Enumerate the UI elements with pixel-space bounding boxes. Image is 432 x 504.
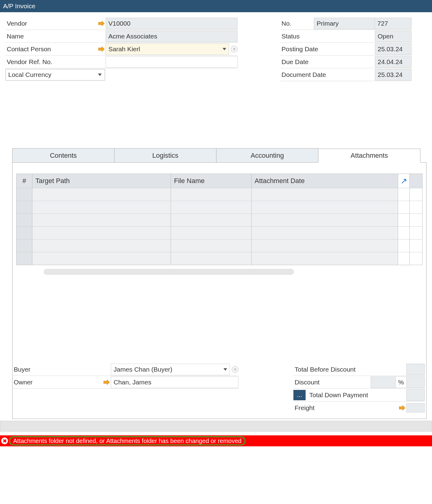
total-before-field[interactable]	[406, 364, 425, 375]
col-file-name[interactable]: File Name	[171, 174, 252, 188]
currency-value: Local Currency	[8, 71, 51, 78]
docdate-label: Document Date	[280, 71, 375, 78]
attachments-body	[16, 188, 422, 265]
contact-field[interactable]: Sarah Kierl	[106, 43, 229, 55]
table-row[interactable]	[16, 214, 422, 226]
buyer-detail-button[interactable]: ≡	[232, 366, 238, 373]
vendorref-label: Vendor Ref. No.	[5, 58, 97, 66]
tab-accounting[interactable]: Accounting	[216, 148, 318, 162]
freight-label: Freight	[293, 404, 398, 412]
freight-row: Freight	[293, 401, 425, 414]
attachments-table: # Target Path File Name Attachment Date …	[16, 174, 423, 265]
currency-select[interactable]: Local Currency	[5, 69, 105, 81]
discount-pct-field[interactable]	[371, 376, 396, 388]
due-field[interactable]: 24.04.24	[375, 56, 412, 68]
vendorref-row: Vendor Ref. No.	[5, 56, 238, 68]
vendor-link-arrow-icon[interactable]	[97, 21, 106, 26]
name-label: Name	[5, 33, 97, 40]
freight-link-arrow-icon[interactable]	[398, 405, 406, 410]
tab-contents[interactable]: Contents	[12, 148, 114, 162]
table-row[interactable]	[16, 252, 422, 265]
vendor-field[interactable]: V10000	[106, 18, 238, 29]
window-title-bar: A/P Invoice	[0, 0, 432, 12]
tab-logistics[interactable]: Logistics	[114, 148, 216, 162]
tab-strip: Contents Logistics Accounting Attachment…	[12, 148, 427, 163]
buyer-label: Buyer	[13, 366, 111, 373]
header-left-column: Vendor V10000 Name Acme Associates Conta…	[5, 17, 238, 81]
col-number[interactable]: #	[16, 174, 32, 188]
table-row[interactable]	[16, 239, 422, 252]
error-message: Attachments folder not defined, or Attac…	[9, 436, 245, 445]
vendorref-field[interactable]	[106, 56, 238, 68]
vendor-row: Vendor V10000	[5, 17, 238, 30]
footer-fields: Buyer James Chan (Buyer) ≡ Owner Chan, J…	[13, 363, 426, 414]
status-bar-error: ✖ Attachments folder not defined, or Att…	[0, 435, 432, 446]
error-icon: ✖	[1, 437, 8, 444]
tab-attachments-panel: # Target Path File Name Attachment Date …	[12, 163, 427, 419]
name-field[interactable]: Acme Associates	[106, 31, 238, 42]
buyer-row: Buyer James Chan (Buyer) ≡	[13, 363, 238, 376]
owner-row: Owner Chan, James	[13, 376, 238, 389]
no-series-field[interactable]: Primary	[314, 18, 375, 29]
name-row: Name Acme Associates	[5, 30, 238, 43]
no-label: No.	[280, 20, 314, 27]
owner-link-arrow-icon[interactable]	[102, 380, 111, 385]
footer-left: Buyer James Chan (Buyer) ≡ Owner Chan, J…	[13, 363, 238, 414]
posting-row: Posting Date 25.03.24	[280, 43, 412, 56]
discount-row: Discount %	[293, 376, 425, 389]
status-row: Status Open	[280, 30, 412, 43]
downpayment-ellipsis-button[interactable]: ...	[293, 390, 306, 400]
table-row[interactable]	[16, 188, 422, 201]
footer-right: Total Before Discount Discount % ... Tot…	[293, 363, 425, 414]
downpayment-field[interactable]	[406, 389, 425, 401]
table-row[interactable]	[16, 226, 422, 239]
freight-field[interactable]	[406, 403, 425, 412]
tabs-container: Contents Logistics Accounting Attachment…	[12, 148, 427, 419]
window-title: A/P Invoice	[3, 2, 35, 10]
header-right-column: No. Primary 727 Status Open Posting Date…	[280, 17, 412, 81]
total-before-row: Total Before Discount	[293, 363, 425, 376]
no-value-field[interactable]: 727	[375, 18, 412, 29]
due-row: Due Date 24.04.24	[280, 56, 412, 68]
discount-label: Discount	[293, 379, 371, 386]
status-bar-gray	[0, 421, 432, 432]
currency-row: Local Currency	[5, 69, 238, 81]
table-row[interactable]	[16, 201, 422, 214]
contact-detail-button[interactable]: ≡	[231, 46, 238, 52]
posting-label: Posting Date	[280, 45, 375, 53]
owner-label: Owner	[13, 379, 102, 386]
no-row: No. Primary 727	[280, 17, 412, 30]
attachments-header-row: # Target Path File Name Attachment Date …	[16, 174, 422, 188]
col-target-path[interactable]: Target Path	[32, 174, 171, 188]
downpayment-label: Total Down Payment	[308, 391, 406, 399]
chevron-down-icon[interactable]	[223, 48, 226, 50]
vendor-label: Vendor	[5, 20, 97, 27]
total-before-label: Total Before Discount	[293, 366, 406, 373]
chevron-down-icon[interactable]	[98, 74, 102, 76]
contact-row: Contact Person Sarah Kierl ≡	[5, 43, 238, 56]
docdate-row: Document Date 25.03.24	[280, 68, 412, 81]
horizontal-scrollbar[interactable]	[44, 269, 294, 275]
contact-link-arrow-icon[interactable]	[97, 47, 106, 52]
buyer-field[interactable]: James Chan (Buyer)	[111, 364, 230, 375]
discount-amount-field[interactable]	[406, 376, 425, 388]
chevron-down-icon[interactable]	[223, 368, 227, 371]
status-field[interactable]: Open	[375, 31, 412, 42]
percent-symbol: %	[396, 376, 407, 388]
posting-field[interactable]: 25.03.24	[375, 43, 412, 55]
docdate-field[interactable]: 25.03.24	[375, 69, 412, 81]
col-attachment-date[interactable]: Attachment Date	[252, 174, 398, 188]
contact-value: Sarah Kierl	[108, 45, 140, 53]
buyer-value: James Chan (Buyer)	[114, 366, 172, 373]
contact-label: Contact Person	[5, 45, 97, 53]
popout-icon: ↗	[401, 176, 407, 186]
owner-field[interactable]: Chan, James	[111, 376, 238, 388]
downpayment-row: ... Total Down Payment	[293, 389, 425, 401]
due-label: Due Date	[280, 58, 375, 66]
popout-button[interactable]: ↗	[398, 174, 410, 188]
status-label: Status	[280, 33, 375, 40]
header-form: Vendor V10000 Name Acme Associates Conta…	[0, 12, 432, 81]
tab-attachments[interactable]: Attachments	[318, 149, 420, 163]
